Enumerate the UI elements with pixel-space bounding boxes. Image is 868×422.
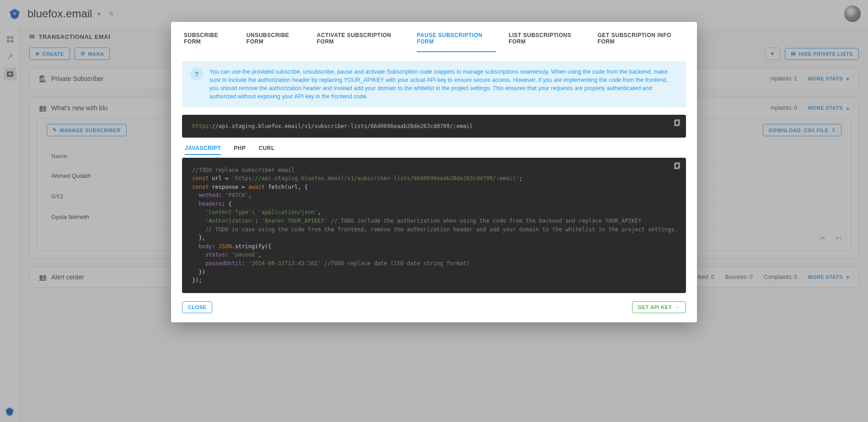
- tab-activate[interactable]: ACTIVATE SUBSCRIPTION FORM: [317, 32, 404, 52]
- tab-pause[interactable]: PAUSE SUBSCRIPTION FORM: [417, 32, 496, 52]
- lang-tab-js[interactable]: JAVASCRIPT: [185, 142, 221, 155]
- endpoint-block: https://api.staging.bluefox.email/v1/sub…: [182, 115, 686, 138]
- help-icon: ?: [190, 68, 203, 80]
- lang-tab-curl[interactable]: CURL: [258, 142, 274, 155]
- modal-tabs: SUBSCRIBE FORM UNSUBSCRIBE FORM ACTIVATE…: [171, 22, 697, 52]
- modal-overlay: SUBSCRIBE FORM UNSUBSCRIBE FORM ACTIVATE…: [0, 0, 868, 422]
- tab-get-info[interactable]: GET SUBSCRIPTION INFO FORM: [598, 32, 684, 52]
- subscription-code-modal: SUBSCRIBE FORM UNSUBSCRIBE FORM ACTIVATE…: [171, 22, 697, 322]
- close-button[interactable]: CLOSE: [182, 301, 212, 313]
- arrow-right-icon: →: [675, 304, 680, 310]
- lang-tab-php[interactable]: PHP: [234, 142, 246, 155]
- copy-code-icon[interactable]: [673, 162, 680, 170]
- code-snippet: //TODO replace subscriber email const ur…: [182, 158, 686, 293]
- get-api-key-label: GET API KEY: [638, 304, 672, 310]
- tab-unsubscribe[interactable]: UNSUBSCRIBE FORM: [246, 32, 304, 52]
- copy-endpoint-icon[interactable]: [673, 119, 680, 127]
- endpoint-scheme: https: [192, 123, 209, 129]
- tab-subscribe[interactable]: SUBSCRIBE FORM: [184, 32, 234, 52]
- endpoint-path: ://api.staging.bluefox.email/v1/subscrib…: [209, 123, 473, 129]
- lang-tabs: JAVASCRIPT PHP CURL: [171, 138, 697, 158]
- get-api-key-button[interactable]: GET API KEY →: [632, 301, 686, 313]
- info-banner: ? You can use the provided subscribe, un…: [182, 61, 686, 107]
- info-text: You can use the provided subscribe, unsu…: [209, 68, 678, 101]
- tab-list[interactable]: LIST SUBSCRIPTIONS FORM: [509, 32, 585, 52]
